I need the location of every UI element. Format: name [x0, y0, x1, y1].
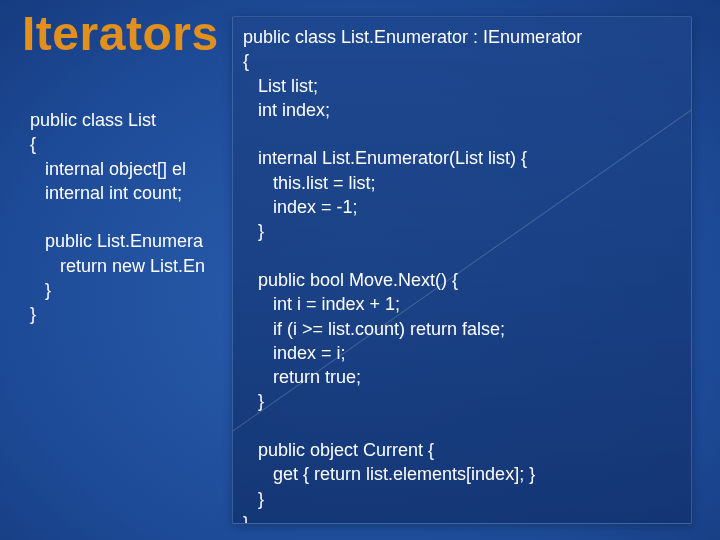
slide-title: Iterators [22, 6, 219, 61]
code-block-left: public class List { internal object[] el… [30, 108, 205, 327]
code-block-right: public class List.Enumerator : IEnumerat… [243, 25, 681, 524]
code-panel-right: public class List.Enumerator : IEnumerat… [232, 16, 692, 524]
